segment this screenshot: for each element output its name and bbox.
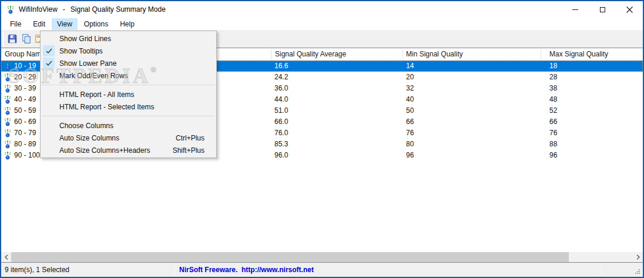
- column-header-max-signal-quality[interactable]: Max Signal Quality: [549, 48, 608, 61]
- menu-item-label: Auto Size Columns: [59, 134, 119, 142]
- cell-avg: 85.3: [274, 139, 288, 150]
- cell-group: 80 - 89: [14, 139, 36, 150]
- copy-button[interactable]: [20, 32, 33, 45]
- cell-avg: 66.0: [274, 116, 288, 128]
- menubar-item-file[interactable]: File: [5, 18, 26, 30]
- menu-item-shortcut: Shift+Plus: [173, 146, 204, 155]
- menu-item-mark-odd-even-rows[interactable]: Mark Odd/Even Rows: [41, 69, 216, 82]
- menu-separator: [42, 116, 215, 116]
- chevron-left-icon: [5, 254, 8, 260]
- copy-icon: [21, 34, 32, 44]
- menu-gutter: [43, 70, 55, 81]
- cell-avg: 36.0: [274, 83, 288, 94]
- cell-max: 88: [549, 139, 557, 150]
- menu-item-label: Choose Columns: [59, 122, 113, 130]
- column-separator[interactable]: [402, 49, 403, 59]
- window-title-separator: -: [63, 5, 65, 14]
- wifi-antenna-icon: [3, 83, 12, 93]
- wifi-antenna-icon: [3, 61, 12, 71]
- column-separator[interactable]: [271, 49, 271, 59]
- menu-item-label: Show Lower Pane: [59, 59, 116, 68]
- cell-avg: 24.2: [274, 72, 288, 83]
- view-menu-popup: Show Grid LinesShow TooltipsShow Lower P…: [40, 31, 217, 158]
- column-header-group-name[interactable]: Group Name: [5, 48, 45, 61]
- resize-grip-icon[interactable]: [635, 269, 636, 270]
- window-title-mode: Signal Quality Summary Mode: [71, 5, 166, 14]
- scroll-right-button[interactable]: [633, 252, 643, 262]
- menu-item-html-report-selected-items[interactable]: HTML Report - Selected Items: [41, 101, 216, 113]
- cell-group: 70 - 79: [14, 128, 36, 139]
- cell-group: 90 - 100: [14, 150, 40, 161]
- menu-separator: [42, 85, 215, 85]
- cell-group: 10 - 19: [14, 61, 36, 72]
- menubar-item-help[interactable]: Help: [115, 18, 140, 30]
- cell-avg: 51.0: [274, 105, 288, 116]
- cell-avg: 76.0: [274, 128, 288, 139]
- save-button[interactable]: [6, 32, 19, 45]
- save-icon: [7, 34, 18, 44]
- menu-item-label: Show Tooltips: [59, 47, 103, 55]
- statusbar-separator: [175, 264, 175, 275]
- menubar-item-edit[interactable]: Edit: [28, 18, 51, 30]
- wifi-antenna-icon: [3, 139, 12, 149]
- column-separator[interactable]: [541, 49, 541, 59]
- minimize-icon: [572, 9, 578, 10]
- menu-item-auto-size-columns-headers[interactable]: Auto Size Columns+HeadersShift+Plus: [41, 144, 216, 156]
- menu-item-show-lower-pane[interactable]: Show Lower Pane: [41, 57, 216, 69]
- menu-item-choose-columns[interactable]: Choose Columns: [41, 119, 216, 132]
- cell-min: 14: [406, 61, 414, 72]
- cell-avg: 44.0: [274, 94, 288, 105]
- wifi-antenna-icon: [3, 106, 12, 115]
- cell-max: 18: [549, 61, 557, 72]
- menu-item-label: Auto Size Columns+Headers: [59, 146, 150, 155]
- menu-item-show-tooltips[interactable]: Show Tooltips: [41, 45, 216, 57]
- titlebar: WifiInfoView-Signal Quality Summary Mode: [1, 1, 643, 18]
- cell-group: 30 - 39: [14, 83, 36, 94]
- cell-group: 20 - 29: [14, 72, 36, 83]
- menu-item-auto-size-columns[interactable]: Auto Size ColumnsCtrl+Plus: [41, 132, 216, 144]
- menubar-item-view[interactable]: View: [52, 18, 78, 30]
- cell-group: 60 - 69: [14, 116, 36, 128]
- cell-group: 50 - 59: [14, 105, 36, 116]
- cell-avg: 96.0: [274, 150, 288, 161]
- close-icon: [626, 6, 633, 13]
- cell-min: 96: [406, 150, 414, 161]
- close-button[interactable]: [616, 1, 643, 18]
- menubar-item-options[interactable]: Options: [79, 18, 113, 30]
- chevron-right-icon: [636, 254, 640, 260]
- menu-item-show-grid-lines[interactable]: Show Grid Lines: [41, 32, 216, 45]
- checkmark-icon: [43, 58, 55, 69]
- menu-gutter: [43, 101, 55, 112]
- cell-max: 76: [549, 128, 557, 139]
- minimize-button[interactable]: [562, 1, 589, 18]
- menu-item-label: HTML Report - All Items: [59, 91, 135, 99]
- scroll-left-button[interactable]: [1, 252, 11, 262]
- cell-min: 76: [406, 128, 414, 139]
- wifi-antenna-icon: [3, 150, 12, 160]
- statusbar-separator: [601, 264, 602, 275]
- cell-min: 50: [406, 105, 414, 116]
- status-item-count: 9 item(s), 1 Selected: [5, 263, 69, 277]
- window-title-app: WifiInfoView: [19, 5, 58, 14]
- cell-max: 52: [549, 105, 557, 116]
- menu-item-shortcut: Ctrl+Plus: [176, 134, 204, 142]
- cell-group: 40 - 49: [14, 94, 36, 105]
- maximize-button[interactable]: [589, 1, 616, 18]
- menu-item-html-report-all-items[interactable]: HTML Report - All Items: [41, 88, 216, 101]
- horizontal-scrollbar[interactable]: [1, 252, 643, 262]
- menu-gutter: [43, 33, 55, 44]
- column-header-signal-quality-average[interactable]: Signal Quality Average: [275, 48, 346, 61]
- menu-gutter: [43, 120, 55, 131]
- checkmark-icon: [43, 45, 55, 56]
- cell-max: 96: [549, 150, 557, 161]
- app-antenna-icon: [6, 5, 15, 14]
- menu-gutter: [43, 145, 55, 156]
- nirsoft-link[interactable]: NirSoft Freeware. http://www.nirsoft.net: [179, 263, 314, 277]
- cell-min: 80: [406, 139, 414, 150]
- column-header-min-signal-quality[interactable]: Min Signal Quality: [406, 48, 463, 61]
- caption-buttons: [562, 1, 643, 18]
- scrollbar-thumb[interactable]: [11, 252, 569, 262]
- menubar: FileEditViewOptionsHelp: [1, 18, 643, 30]
- cell-max: 48: [549, 94, 557, 105]
- menu-gutter: [43, 132, 55, 143]
